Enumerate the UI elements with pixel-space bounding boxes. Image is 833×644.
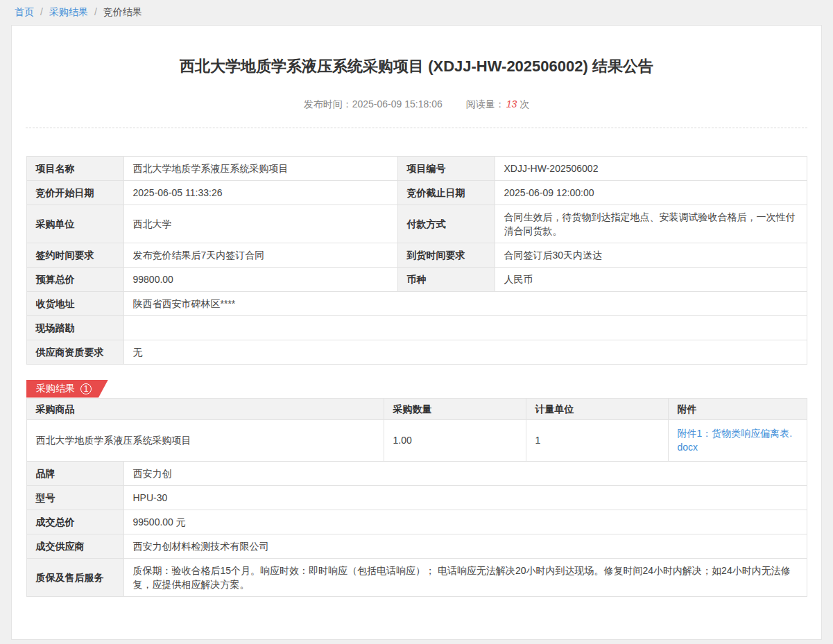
read-count-value: 13 [506, 98, 517, 110]
field-label: 币种 [397, 267, 495, 291]
field-value: 2025-06-05 11:33:26 [123, 180, 397, 204]
page-title: 西北大学地质学系液压系统采购项目 (XDJJ-HW-202506002) 结果公… [53, 57, 780, 77]
purchase-result-section-header: 采购结果 1 [26, 380, 821, 398]
publish-time-value: 2025-06-09 15:18:06 [352, 98, 443, 110]
publish-time-label: 发布时间： [304, 98, 352, 110]
read-count-label: 阅读量： [466, 98, 505, 110]
field-label: 项目编号 [397, 156, 495, 180]
detail-label: 品牌 [26, 461, 123, 485]
result-attachment-cell: 附件1：货物类响应偏离表.docx [668, 419, 807, 461]
field-label: 到货时间要求 [397, 243, 495, 267]
field-value: 合同生效后，待货物到达指定地点、安装调试验收合格后，一次性付清合同货款。 [495, 204, 807, 243]
breadcrumb-item-1[interactable]: 首页 [15, 6, 34, 17]
detail-value: 99500.00 元 [123, 510, 807, 534]
field-label: 现场踏勘 [26, 315, 123, 340]
purchase-result-badge-label: 采购结果 [36, 383, 75, 395]
result-column-header: 附件 [668, 398, 807, 419]
deal-detail-table: 品牌西安力创型号HPU-30成交总价99500.00 元成交供应商西安力创材料检… [26, 461, 807, 597]
purchase-result-table: 采购商品采购数量计量单位附件 西北大学地质学系液压系统采购项目1.001附件1：… [26, 398, 807, 462]
field-value: 人民币 [495, 267, 807, 291]
result-quantity: 1.00 [384, 419, 526, 461]
field-value: 陕西省西安市碑林区**** [123, 291, 807, 315]
field-value: 西北大学地质学系液压系统采购项目 [123, 156, 397, 180]
field-label: 采购单位 [26, 204, 123, 243]
project-info-table: 项目名称西北大学地质学系液压系统采购项目项目编号XDJJ-HW-20250600… [26, 156, 807, 365]
breadcrumb-separator: / [40, 6, 43, 17]
detail-row: 质保及售后服务质保期：验收合格后15个月。响应时效：即时响应（包括电话响应）； … [26, 558, 807, 596]
field-value [123, 315, 807, 340]
project-info-row: 采购单位西北大学付款方式合同生效后，待货物到达指定地点、安装调试验收合格后，一次… [26, 204, 807, 243]
result-unit: 1 [526, 419, 668, 461]
project-info-row: 收货地址陕西省西安市碑林区**** [26, 291, 807, 315]
result-row: 西北大学地质学系液压系统采购项目1.001附件1：货物类响应偏离表.docx [26, 419, 807, 461]
result-column-header: 采购数量 [384, 398, 526, 419]
purchase-result-badge: 采购结果 1 [26, 380, 108, 398]
field-value: 无 [123, 340, 807, 364]
project-info-row: 供应商资质要求无 [26, 340, 807, 364]
field-label: 竞价截止日期 [397, 180, 495, 204]
field-label: 付款方式 [397, 204, 495, 243]
breadcrumb-item-2[interactable]: 采购结果 [49, 6, 88, 17]
project-info-row: 签约时间要求发布竞价结果后7天内签订合同到货时间要求合同签订后30天内送达 [26, 243, 807, 267]
field-label: 竞价开始日期 [26, 180, 123, 204]
detail-value: 西安力创 [123, 461, 807, 485]
field-label: 收货地址 [26, 291, 123, 315]
detail-row: 成交总价99500.00 元 [26, 510, 807, 534]
detail-label: 质保及售后服务 [26, 558, 123, 596]
detail-label: 型号 [26, 485, 123, 510]
project-info-row: 现场踏勘 [26, 315, 807, 340]
detail-row: 型号HPU-30 [26, 485, 807, 510]
detail-label: 成交总价 [26, 510, 123, 534]
breadcrumb-separator: / [94, 6, 97, 17]
publish-info: 发布时间：2025-06-09 15:18:06阅读量：13次 [12, 98, 821, 111]
detail-label: 成交供应商 [26, 534, 123, 558]
purchase-result-count-badge: 1 [80, 383, 92, 394]
field-value: 西北大学 [123, 204, 397, 243]
field-label: 预算总价 [26, 267, 123, 291]
result-product: 西北大学地质学系液压系统采购项目 [26, 419, 384, 461]
field-value: 发布竞价结果后7天内签订合同 [123, 243, 397, 267]
project-info-row: 项目名称西北大学地质学系液压系统采购项目项目编号XDJJ-HW-20250600… [26, 156, 807, 180]
field-label: 供应商资质要求 [26, 340, 123, 364]
field-label: 签约时间要求 [26, 243, 123, 267]
detail-value: 西安力创材料检测技术有限公司 [123, 534, 807, 558]
field-label: 项目名称 [26, 156, 123, 180]
field-value: 合同签订后30天内送达 [495, 243, 807, 267]
detail-value: 质保期：验收合格后15个月。响应时效：即时响应（包括电话响应）； 电话响应无法解… [123, 558, 807, 596]
detail-value: HPU-30 [123, 485, 807, 510]
announcement-card: 西北大学地质学系液压系统采购项目 (XDJJ-HW-202506002) 结果公… [11, 25, 822, 640]
breadcrumb: 首页/采购结果/竞价结果 [0, 0, 833, 25]
attachment-link[interactable]: 附件1：货物类响应偏离表.docx [678, 428, 793, 453]
breadcrumb-item-3: 竞价结果 [103, 6, 142, 17]
field-value: XDJJ-HW-202506002 [495, 156, 807, 180]
result-column-header: 计量单位 [526, 398, 668, 419]
divider [26, 128, 807, 128]
project-info-row: 竞价开始日期2025-06-05 11:33:26竞价截止日期2025-06-0… [26, 180, 807, 204]
field-value: 2025-06-09 12:00:00 [495, 180, 807, 204]
detail-row: 成交供应商西安力创材料检测技术有限公司 [26, 534, 807, 558]
read-count-unit: 次 [519, 98, 529, 110]
result-column-header: 采购商品 [26, 398, 384, 419]
project-info-row: 预算总价99800.00币种人民币 [26, 267, 807, 291]
detail-row: 品牌西安力创 [26, 461, 807, 485]
field-value: 99800.00 [123, 267, 397, 291]
